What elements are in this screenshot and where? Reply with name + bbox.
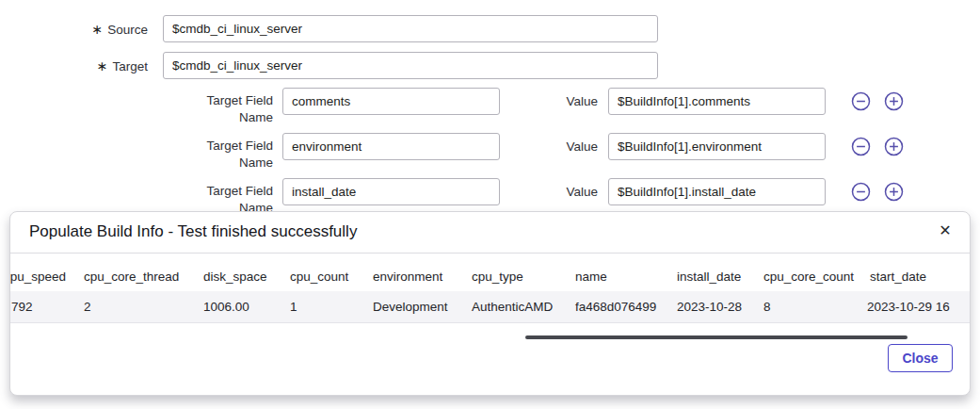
close-button[interactable]: Close <box>888 344 953 372</box>
value-input[interactable] <box>608 88 826 115</box>
remove-row-icon[interactable] <box>851 182 871 202</box>
value-input[interactable] <box>608 133 826 160</box>
value-label: Value <box>566 94 598 108</box>
source-input[interactable] <box>163 15 658 42</box>
test-result-dialog: Populate Build Info - Test finished succ… <box>9 211 971 396</box>
horizontal-scrollbar-thumb[interactable] <box>525 335 908 339</box>
table-cell: 2023-10-28 <box>677 291 742 322</box>
target-input[interactable] <box>163 52 658 79</box>
column-header: cpu_core_thread <box>84 270 179 284</box>
table-cell: 2 <box>84 291 91 322</box>
table-cell: 2023-10-29 16 <box>867 291 950 322</box>
column-header: disk_space <box>203 270 267 284</box>
table-cell: 8 <box>763 291 771 322</box>
column-header: install_date <box>677 270 741 284</box>
required-marker-icon: ∗ <box>97 58 108 74</box>
value-label: Value <box>566 139 598 154</box>
table-row: 792 2 1006.00 1 Development AuthenticAMD… <box>10 291 970 323</box>
table-cell: AuthenticAMD <box>472 291 553 322</box>
remove-row-icon[interactable] <box>851 91 871 111</box>
target-field-name-input[interactable] <box>282 133 500 160</box>
table-cell: 1 <box>290 291 297 322</box>
dialog-title: Populate Build Info - Test finished succ… <box>29 222 357 241</box>
table-cell: 792 <box>11 291 33 322</box>
source-label: ∗Source <box>91 22 148 37</box>
target-field-name-label: Target Field Name <box>206 138 273 172</box>
column-header: cpu_count <box>290 270 348 284</box>
page: ∗Source ∗Target Target Field Name Value <box>0 0 980 409</box>
column-header: name <box>575 270 607 284</box>
target-label: ∗Target <box>97 58 148 74</box>
add-row-icon[interactable] <box>884 182 904 202</box>
column-header: cpu_core_count <box>763 270 854 284</box>
required-marker-icon: ∗ <box>91 22 103 37</box>
remove-row-icon[interactable] <box>851 137 871 156</box>
target-field-name-input[interactable] <box>282 178 500 205</box>
target-field-name-input[interactable] <box>282 88 500 115</box>
table-cell: fa468d076499 <box>575 291 656 322</box>
table-cell: 1006.00 <box>203 291 249 322</box>
result-table: cpu_speed cpu_core_thread disk_space cpu… <box>10 254 970 346</box>
value-label: Value <box>566 185 598 199</box>
close-icon[interactable]: ✕ <box>934 220 956 242</box>
value-input[interactable] <box>608 178 826 205</box>
column-header: start_date <box>870 270 926 284</box>
table-cell: Development <box>373 291 448 322</box>
column-header: cpu_type <box>472 270 523 284</box>
column-header: cpu_speed <box>10 270 66 284</box>
add-row-icon[interactable] <box>884 91 904 111</box>
target-field-name-label: Target Field Name <box>206 92 273 126</box>
add-row-icon[interactable] <box>884 137 904 156</box>
column-header: environment <box>373 270 442 284</box>
